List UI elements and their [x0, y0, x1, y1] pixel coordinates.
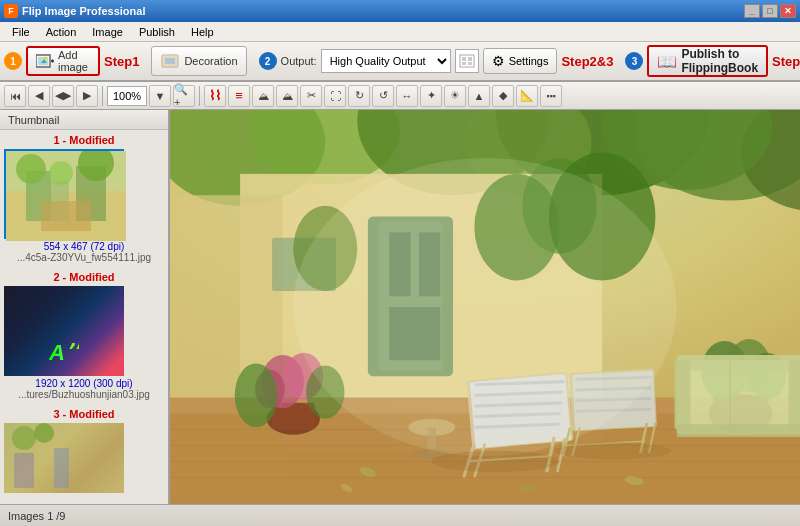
thumbnail-label: Thumbnail	[8, 114, 59, 126]
svg-rect-93	[677, 355, 800, 371]
svg-point-22	[49, 161, 73, 185]
thumb1-image[interactable]	[4, 149, 124, 239]
thumb3-label: 3 - Modified	[4, 408, 164, 420]
tool-diamond[interactable]: ◆	[492, 85, 514, 107]
svg-point-107	[554, 442, 671, 459]
step4-label: Step4	[772, 54, 800, 69]
menu-help[interactable]: Help	[183, 24, 222, 40]
thumbnail-header: Thumbnail	[0, 110, 168, 130]
tool-mountain2[interactable]: ⛰	[276, 85, 298, 107]
svg-rect-19	[41, 201, 91, 231]
canvas-area[interactable]	[170, 110, 800, 504]
nav-next2-button[interactable]: ◀▶	[52, 85, 74, 107]
thumb1-info: 554 x 467 (72 dpi)	[4, 241, 164, 252]
book-icon: 📖	[657, 52, 677, 71]
step2-badge: 2	[259, 52, 277, 70]
settings-button[interactable]: ⚙ Settings	[483, 48, 558, 74]
tool-wave2[interactable]: ≡	[228, 85, 250, 107]
svg-rect-10	[462, 57, 466, 61]
thumb2-image[interactable]: Aʼʼ	[4, 286, 124, 376]
svg-point-20	[16, 154, 46, 184]
svg-rect-26	[14, 453, 34, 488]
menu-action[interactable]: Action	[38, 24, 85, 40]
svg-point-24	[12, 426, 36, 450]
tool-measure[interactable]: 📐	[516, 85, 538, 107]
tool-frame[interactable]: ⛶	[324, 85, 346, 107]
output-area: Output: High Quality Output ⚙ Settings	[281, 48, 558, 74]
menu-image[interactable]: Image	[84, 24, 131, 40]
step4-badge: 3	[625, 52, 643, 70]
app-icon: F	[4, 4, 18, 18]
nav-prev-button[interactable]: ◀	[28, 85, 50, 107]
sep-t2-2	[199, 86, 200, 106]
tool-rotate-cw[interactable]: ↻	[348, 85, 370, 107]
tool-grid[interactable]: ▪▪▪	[540, 85, 562, 107]
thumbnail-panel: Thumbnail 1 - Modified	[0, 110, 170, 504]
svg-rect-96	[677, 424, 800, 437]
nav-start-button[interactable]: ⏮	[4, 85, 26, 107]
zoom-in-button[interactable]: 🔍+	[173, 85, 195, 107]
status-text: Images 1 /9	[8, 510, 65, 522]
app-title: Flip Image Professional	[22, 5, 145, 17]
nav-next-button[interactable]: ▶	[76, 85, 98, 107]
window-controls[interactable]: _ □ ✕	[744, 4, 796, 18]
zoom-dropdown-button[interactable]: ▼	[149, 85, 171, 107]
menu-bar: File Action Image Publish Help	[0, 22, 800, 42]
step23-label: Step2&3	[561, 54, 613, 69]
svg-rect-12	[462, 62, 466, 65]
svg-point-3	[44, 57, 47, 60]
thumb1-label: 1 - Modified	[4, 134, 164, 146]
main-toolbar: 1 Add image Step1 Decoration 2	[0, 42, 800, 82]
svg-rect-94	[675, 360, 691, 429]
settings-label: Settings	[509, 55, 549, 67]
svg-rect-11	[468, 57, 472, 61]
publish-button[interactable]: 📖 Publish to FlippingBook	[647, 45, 768, 77]
thumb2-info: 1920 x 1200 (300 dpi)	[4, 378, 164, 389]
title-bar: F Flip Image Professional _ □ ✕	[0, 0, 800, 22]
decoration-button[interactable]: Decoration	[151, 46, 246, 76]
add-image-button[interactable]: Add image	[26, 46, 100, 76]
thumbnail-item-3[interactable]: 3 - Modified	[4, 408, 164, 493]
thumbnail-item-1[interactable]: 1 - Modified	[4, 134, 164, 263]
output-label: Output:	[281, 55, 317, 67]
tool-wave[interactable]: ⌇⌇	[204, 85, 226, 107]
step1-badge: 1	[4, 52, 22, 70]
publish-label: Publish to FlippingBook	[681, 47, 758, 75]
decoration-label: Decoration	[184, 55, 237, 67]
tool-flip-v[interactable]: ✦	[420, 85, 442, 107]
svg-rect-95	[788, 360, 800, 429]
svg-rect-27	[54, 448, 69, 488]
add-image-label: Add image	[58, 49, 90, 73]
thumb2-filename: ...tures/Buzhuoshunjian03.jpg	[4, 389, 164, 400]
zoom-input[interactable]	[107, 86, 147, 106]
tool-crop[interactable]: ✂	[300, 85, 322, 107]
status-bar: Images 1 /9	[0, 504, 800, 526]
svg-point-61	[235, 363, 278, 427]
menu-publish[interactable]: Publish	[131, 24, 183, 40]
tool-mountain[interactable]: ⛰	[252, 85, 274, 107]
step1-label: Step1	[104, 54, 139, 69]
thumb2-label: 2 - Modified	[4, 271, 164, 283]
main-area: Thumbnail 1 - Modified	[0, 110, 800, 504]
tool-rotate-ccw[interactable]: ↺	[372, 85, 394, 107]
thumbnail-list[interactable]: 1 - Modified	[0, 130, 168, 504]
toolbar2: ⏮ ◀ ◀▶ ▶ ▼ 🔍+ ⌇⌇ ≡ ⛰ ⛰ ✂ ⛶ ↻ ↺ ↔ ✦ ☀ ▲ ◆…	[0, 82, 800, 110]
svg-point-105	[293, 158, 676, 456]
svg-point-25	[34, 423, 54, 443]
output-color-box[interactable]	[455, 49, 479, 73]
sep-t2-1	[102, 86, 103, 106]
decoration-icon	[160, 53, 180, 69]
tool-triangle[interactable]: ▲	[468, 85, 490, 107]
tool-flip-h[interactable]: ↔	[396, 85, 418, 107]
thumb2-letters: Aʼʼ	[49, 340, 79, 366]
main-painting	[170, 110, 800, 504]
maximize-button[interactable]: □	[762, 4, 778, 18]
thumbnail-item-2[interactable]: 2 - Modified Aʼʼ 1920 x 1200 (300 dpi) .…	[4, 271, 164, 400]
menu-file[interactable]: File	[4, 24, 38, 40]
tool-brightness[interactable]: ☀	[444, 85, 466, 107]
thumb3-image[interactable]	[4, 423, 124, 493]
minimize-button[interactable]: _	[744, 4, 760, 18]
svg-point-106	[432, 451, 560, 472]
output-select[interactable]: High Quality Output	[321, 49, 451, 73]
close-button[interactable]: ✕	[780, 4, 796, 18]
